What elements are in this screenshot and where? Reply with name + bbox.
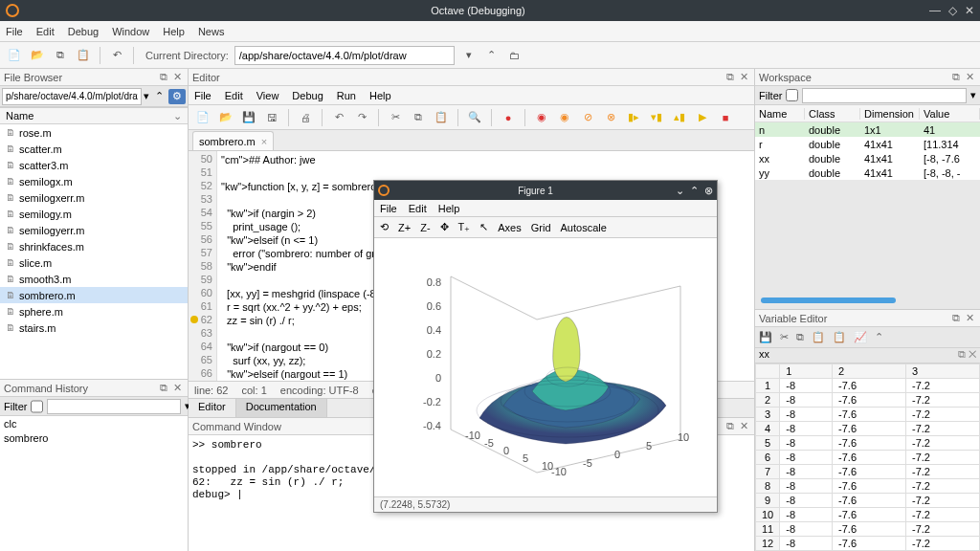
stop-icon[interactable]: ■ [717,109,734,126]
ed-copy-icon[interactable]: ⧉ [410,109,427,126]
maximize-icon[interactable]: ◇ [948,4,957,17]
step-out-icon[interactable]: ▴▮ [671,109,688,126]
menu-help[interactable]: Help [163,26,185,37]
ve-plot-icon[interactable]: 📈 [854,331,867,343]
editor-menu-file[interactable]: File [194,90,212,101]
panel-undock-icon[interactable]: ⧉ [157,71,170,83]
path-up-icon[interactable]: ⌃ [151,90,167,102]
history-filter-input[interactable] [47,399,181,414]
editor-menu-edit[interactable]: Edit [225,90,243,101]
file-browser-path-input[interactable] [2,88,142,105]
menu-news[interactable]: News [198,26,225,37]
menu-file[interactable]: File [6,26,23,37]
panel-close-icon[interactable]: ✕ [170,382,184,394]
file-browser-column-header[interactable]: Name ⌄ [0,107,188,124]
fig-select-icon[interactable]: ↖ [479,221,488,233]
fig-pan-icon[interactable]: ✥ [440,221,449,233]
variable-grid[interactable]: 1231-8-7.6-7.22-8-7.6-7.23-8-7.6-7.24-8-… [755,364,980,551]
workspace-row[interactable]: xxdouble41x41[-8, -7.6 [755,151,980,165]
panel-close-icon[interactable]: ✕ [170,71,184,83]
breakpoint-clearall-icon[interactable]: ⊗ [602,109,619,126]
workspace-row[interactable]: ndouble1x141 [755,122,980,137]
ve-copy-icon[interactable]: ⧉ [796,331,804,343]
file-item[interactable]: 🗎sombrero.m [0,287,188,303]
editor-menu-run[interactable]: Run [337,90,356,101]
tab-close-icon[interactable]: × [261,136,267,147]
bottom-tab-documentation[interactable]: Documentation [236,399,327,417]
fig-autoscale-button[interactable]: Autoscale [561,222,607,233]
fig-grid-button[interactable]: Grid [531,222,551,233]
undo-icon[interactable]: ↶ [108,47,125,64]
file-item[interactable]: 🗎sphere.m [0,303,188,320]
file-browser-list[interactable]: 🗎rose.m🗎scatter.m🗎scatter3.m🗎semilogx.m🗎… [0,124,188,379]
ed-new-icon[interactable]: 📄 [194,109,212,126]
file-item[interactable]: 🗎scatter3.m [0,157,188,173]
breakpoint-toggle-icon[interactable]: ● [500,109,517,126]
ed-redo-icon[interactable]: ↷ [353,109,370,126]
panel-close-icon[interactable]: ✕ [737,71,750,83]
workspace-scrollbar[interactable] [761,298,896,303]
fig-menu-help[interactable]: Help [438,203,460,214]
ve-save-icon[interactable]: 💾 [759,331,772,343]
minimize-icon[interactable]: — [929,4,941,17]
panel-close-icon[interactable]: ✕ [737,420,750,432]
ed-find-icon[interactable]: 🔍 [466,109,483,126]
panel-undock-icon[interactable]: ⧉ [949,312,963,324]
menu-edit[interactable]: Edit [36,26,55,37]
ed-cut-icon[interactable]: ✂ [387,109,404,126]
current-dir-input[interactable] [234,46,455,65]
fig-zoom-out[interactable]: Z- [420,222,430,233]
ve-paste2-icon[interactable]: 📋 [833,331,846,343]
ve-cut-icon[interactable]: ✂ [780,331,789,343]
fig-text-icon[interactable]: T₊ [458,221,471,233]
workspace-row[interactable]: yydouble41x41[-8, -8, - [755,165,980,180]
workspace-filter-checkbox[interactable] [786,89,798,101]
file-item[interactable]: 🗎smooth3.m [0,271,188,287]
panel-undock-icon[interactable]: ⧉ [949,71,963,83]
panel-close-icon[interactable]: ✕ [963,71,976,83]
fig-maximize-icon[interactable]: ⌃ [690,185,699,197]
panel-undock-icon[interactable]: ⧉ [157,382,170,394]
file-item[interactable]: 🗎stairs.m [0,320,188,336]
close-icon[interactable]: ✕ [965,4,974,17]
editor-menu-help[interactable]: Help [369,90,391,101]
file-item[interactable]: 🗎scatter.m [0,141,188,157]
workspace-table[interactable]: Name Class Dimension Value ndouble1x141r… [755,105,980,180]
fig-zoom-in[interactable]: Z+ [398,222,411,233]
fig-menu-file[interactable]: File [380,203,397,214]
step-in-icon[interactable]: ▾▮ [648,109,665,126]
ve-paste-icon[interactable]: 📋 [812,331,825,343]
figure-canvas[interactable]: 0.80.60.40.20-0.2-0.4 -10-10-5-500551010 [374,238,717,496]
file-item[interactable]: 🗎slice.m [0,254,188,271]
ed-open-icon[interactable]: 📂 [217,109,234,126]
editor-menu-view[interactable]: View [256,90,279,101]
ed-undo-icon[interactable]: ↶ [330,109,347,126]
ed-print-icon[interactable]: 🖨 [297,109,314,126]
panel-undock-icon[interactable]: ⧉ [724,420,737,432]
open-folder-icon[interactable]: 📂 [29,47,46,64]
breakpoint-prev-icon[interactable]: ◉ [533,109,550,126]
fig-rotate-icon[interactable]: ⟲ [380,221,389,233]
paste-icon[interactable]: 📋 [75,47,92,64]
fig-minimize-icon[interactable]: ⌄ [676,185,684,197]
workspace-row[interactable]: rdouble41x41[11.314 [755,137,980,151]
continue-icon[interactable]: ▶ [694,109,711,126]
dir-dropdown-icon[interactable]: ▾ [460,47,478,64]
file-item[interactable]: 🗎semilogy.m [0,206,188,222]
panel-undock-icon[interactable]: ⧉ [724,71,737,83]
step-icon[interactable]: ▮▸ [625,109,642,126]
breakpoint-next-icon[interactable]: ◉ [556,109,573,126]
bottom-tab-editor[interactable]: Editor [189,399,236,417]
breakpoint-remove-icon[interactable]: ⊘ [579,109,596,126]
ed-save-icon[interactable]: 💾 [240,109,257,126]
copy-icon[interactable]: ⧉ [52,47,69,64]
fig-axes-button[interactable]: Axes [498,222,521,233]
history-item[interactable]: clc [4,418,184,432]
new-file-icon[interactable]: 📄 [6,47,23,64]
path-dropdown-icon[interactable]: ▾ [144,90,149,102]
dropdown-icon[interactable]: ▾ [970,89,976,101]
editor-tab[interactable]: sombrero.m × [192,131,274,150]
menu-window[interactable]: Window [112,26,149,37]
ve-up-icon[interactable]: ⌃ [875,331,883,343]
dir-up-icon[interactable]: ⌃ [483,47,501,64]
